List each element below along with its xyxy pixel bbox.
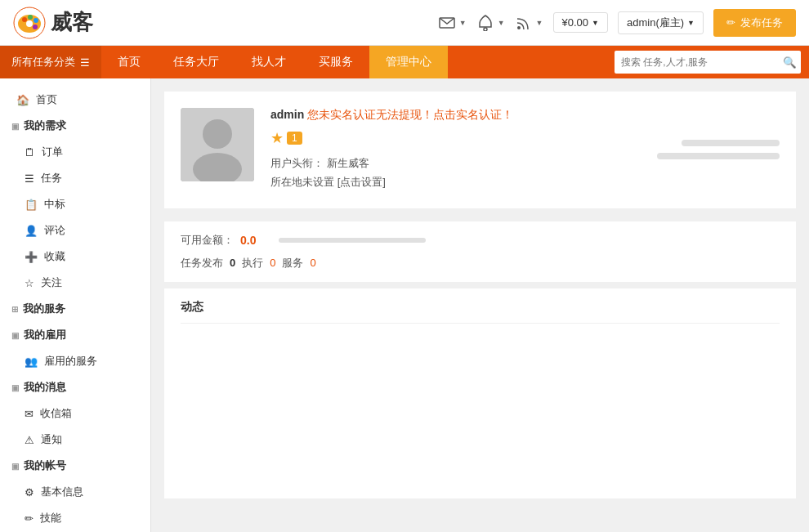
balance-label: 可用金额：: [181, 233, 234, 248]
sidebar-basic-info-label: 基本信息: [41, 485, 83, 499]
nav-buy-service-label: 买服务: [319, 55, 353, 69]
balance-display[interactable]: ¥0.00 ▼: [553, 12, 608, 33]
inbox-icon: ✉: [25, 408, 34, 420]
location-link[interactable]: [点击设置]: [337, 176, 386, 188]
sidebar-item-follow[interactable]: ☆ 关注: [8, 270, 150, 296]
svg-point-6: [26, 20, 33, 27]
nav-management[interactable]: 管理中心: [369, 46, 448, 78]
task-label: 任务发布: [181, 256, 223, 270]
publish-task-button[interactable]: ✏ 发布任务: [713, 9, 796, 37]
order-icon: 🗒: [25, 146, 35, 159]
balance-bar: [279, 238, 426, 243]
sidebar-item-home[interactable]: 🏠 首页: [0, 87, 150, 113]
profile-card: admin 您未实名认证无法提现！点击实名认证！ ★ 1 用户头衔： 新生威客 …: [164, 92, 796, 208]
mail-icon-group[interactable]: ▼: [438, 14, 467, 32]
sidebar-item-skill[interactable]: ✏ 技能: [8, 505, 150, 531]
all-tasks-label: 所有任务分类: [11, 55, 75, 69]
logo-icon: [13, 7, 46, 39]
sidebar-item-bid[interactable]: 📋 中标: [8, 191, 150, 217]
header: 威客 ▼ ▼: [0, 0, 809, 46]
location-label: 所在地未设置: [270, 176, 334, 188]
task-count: 0: [230, 257, 235, 269]
task-link2-label: 服务: [282, 256, 303, 270]
header-right: ▼ ▼ ▼ ¥0.00 ▼: [438, 9, 796, 37]
balance-value: ¥0.00: [562, 16, 589, 29]
avatar-placeholder: [181, 108, 254, 181]
sidebar-item-comment[interactable]: 👤 评论: [8, 217, 150, 244]
sidebar-notify-label: 通知: [41, 432, 62, 447]
profile-meta: 用户头衔： 新生威客 所在地未设置 [点击设置]: [270, 154, 641, 192]
mail-chevron: ▼: [459, 19, 467, 27]
sidebar-item-basic-info[interactable]: ⚙ 基本信息: [8, 479, 150, 505]
mail-icon: [438, 14, 456, 32]
svg-point-8: [484, 28, 487, 31]
sidebar-item-task[interactable]: ☰ 任务: [8, 165, 150, 191]
rss-icon: [515, 14, 533, 32]
collapse-account-icon: ▣: [11, 462, 19, 471]
sidebar-account-label: 我的帐号: [24, 458, 66, 473]
bar1: [682, 140, 780, 146]
sidebar-header-message[interactable]: ▣ 我的消息: [0, 374, 150, 400]
user-menu[interactable]: admin(雇主) ▼: [618, 11, 704, 34]
rss-chevron: ▼: [536, 19, 543, 27]
sidebar: 🏠 首页 ▣ 我的需求 🗒 订单 ☰ 任务 📋 中标 👤 评论: [0, 78, 151, 532]
collapse-service-icon: ⊞: [11, 305, 18, 314]
profile-alert: admin 您未实名认证无法提现！点击实名认证！: [270, 108, 641, 123]
content-area: admin 您未实名认证无法提现！点击实名认证！ ★ 1 用户头衔： 新生威客 …: [151, 78, 809, 532]
nav-home[interactable]: 首页: [101, 46, 157, 78]
nav-all-tasks[interactable]: 所有任务分类 ☰: [0, 46, 101, 78]
collapse-message-icon: ▣: [11, 383, 19, 392]
sidebar-item-notify[interactable]: ⚠ 通知: [8, 427, 150, 453]
alert-icon-group[interactable]: ▼: [476, 14, 505, 32]
pencil-icon: ✏: [726, 16, 735, 29]
sidebar-hire-sub: 👥 雇用的服务: [0, 348, 150, 374]
sidebar-item-hired-service[interactable]: 👥 雇用的服务: [8, 348, 150, 374]
nav-task-hall[interactable]: 任务大厅: [157, 46, 235, 78]
sidebar-message-label: 我的消息: [24, 380, 66, 395]
dynamic-section: 动态: [164, 288, 796, 498]
dynamic-content: [181, 324, 780, 487]
nav-find-talent[interactable]: 找人才: [235, 46, 302, 78]
svg-point-9: [517, 26, 521, 29]
svg-point-3: [28, 15, 33, 20]
sidebar-item-collect[interactable]: ➕ 收藏: [8, 244, 150, 270]
nav-search-area: 🔍: [606, 46, 809, 78]
sidebar-header-hire[interactable]: ▣ 我的雇用: [0, 322, 150, 348]
task-link1-label: 执行: [242, 256, 263, 270]
sidebar-hire-label: 我的雇用: [24, 328, 66, 342]
sidebar-header-account[interactable]: ▣ 我的帐号: [0, 453, 150, 479]
sidebar-inbox-label: 收信箱: [40, 406, 72, 421]
collapse-hire-icon: ▣: [11, 331, 19, 340]
comment-icon: 👤: [25, 225, 38, 237]
collapse-demand-icon: ▣: [11, 122, 19, 131]
alert-chevron: ▼: [498, 19, 505, 27]
search-icon: 🔍: [783, 56, 797, 69]
sidebar-header-service[interactable]: ⊞ 我的服务: [0, 296, 150, 322]
list-icon: ☰: [80, 56, 90, 69]
svg-point-11: [203, 119, 232, 149]
sidebar-collect-label: 收藏: [44, 249, 65, 264]
sidebar-hired-service-label: 雇用的服务: [44, 354, 97, 369]
nickname-value: 新生威客: [327, 157, 369, 169]
task-link1-val[interactable]: 0: [270, 257, 275, 269]
nickname-label: 用户头衔：: [270, 157, 324, 169]
sidebar-order-label: 订单: [42, 145, 63, 159]
follow-icon: ☆: [25, 277, 34, 289]
nav-find-talent-label: 找人才: [252, 55, 286, 69]
sidebar-header-demand[interactable]: ▣ 我的需求: [0, 113, 150, 139]
rss-icon-group[interactable]: ▼: [515, 14, 543, 32]
balance-amount: 0.0: [240, 234, 256, 247]
nav-buy-service[interactable]: 买服务: [302, 46, 369, 78]
home-icon: 🏠: [16, 94, 29, 106]
task-link2-val[interactable]: 0: [310, 257, 315, 269]
search-input[interactable]: [615, 51, 778, 74]
svg-point-4: [34, 18, 38, 23]
hired-service-icon: 👥: [25, 355, 38, 368]
star-icon: ★: [270, 129, 284, 147]
sidebar-item-inbox[interactable]: ✉ 收信箱: [8, 400, 150, 427]
notify-icon: ⚠: [25, 434, 34, 446]
search-button[interactable]: 🔍: [778, 51, 801, 74]
sidebar-skill-label: 技能: [40, 511, 61, 525]
sidebar-item-order[interactable]: 🗒 订单: [8, 139, 150, 165]
balance-chevron: ▼: [592, 19, 599, 27]
